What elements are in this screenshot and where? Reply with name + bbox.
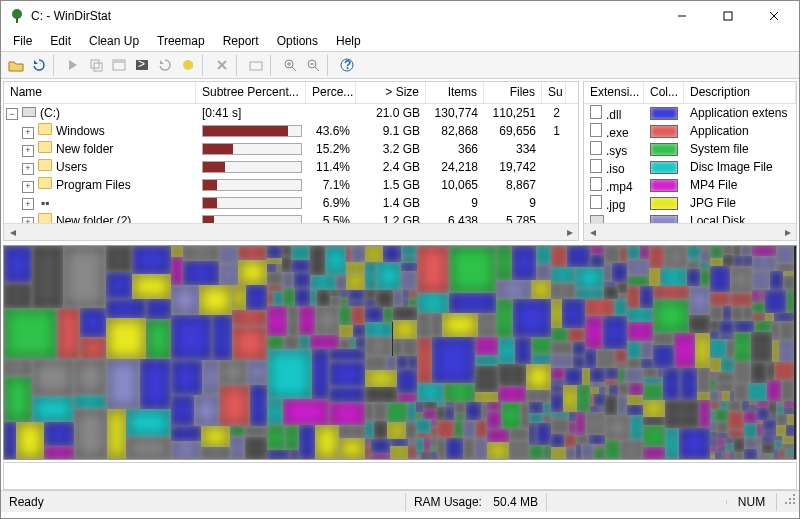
- treemap-cell[interactable]: [219, 246, 239, 264]
- treemap-cell[interactable]: [734, 438, 743, 452]
- treemap-cell[interactable]: [171, 395, 194, 426]
- treemap-cell[interactable]: [641, 359, 653, 368]
- treemap-cell[interactable]: [512, 246, 536, 280]
- treemap-cell[interactable]: [267, 306, 287, 336]
- treemap-cell[interactable]: [219, 385, 251, 426]
- treemap-cell[interactable]: [784, 401, 794, 408]
- treemap-cell[interactable]: [431, 313, 442, 337]
- treemap-cell[interactable]: [769, 401, 776, 414]
- treemap-cell[interactable]: [365, 290, 377, 300]
- treemap-cell[interactable]: [496, 299, 513, 337]
- treemap-cell[interactable]: [617, 395, 627, 415]
- treemap-cell[interactable]: [299, 335, 311, 349]
- treemap-cell[interactable]: [719, 401, 728, 409]
- treemap-cell[interactable]: [329, 402, 364, 425]
- treemap-cell[interactable]: [487, 411, 501, 429]
- treemap-cell[interactable]: [536, 246, 551, 264]
- treemap-cell[interactable]: [365, 262, 377, 289]
- treemap-cell[interactable]: [562, 299, 585, 328]
- treemap-cell[interactable]: [246, 285, 267, 309]
- treemap-cell[interactable]: [640, 246, 650, 259]
- treemap-cell[interactable]: [32, 246, 62, 308]
- treemap-cell[interactable]: [442, 313, 478, 337]
- treemap-cell[interactable]: [551, 283, 575, 299]
- treemap-cell[interactable]: [330, 290, 340, 297]
- treemap-cell[interactable]: [4, 359, 32, 376]
- treemap-cell[interactable]: [590, 368, 606, 381]
- treemap-cell[interactable]: [365, 299, 377, 307]
- treemap-cell[interactable]: [765, 313, 774, 321]
- treemap-cell[interactable]: [716, 438, 724, 446]
- treemap-cell[interactable]: [687, 246, 701, 258]
- treemap-cell[interactable]: [710, 246, 722, 258]
- ext-row[interactable]: .isoDisc Image File: [584, 158, 796, 176]
- treemap-cell[interactable]: [627, 286, 641, 307]
- treemap-cell[interactable]: [295, 288, 310, 306]
- treemap-cell[interactable]: [627, 405, 643, 415]
- treemap-cell[interactable]: [475, 337, 499, 355]
- treemap-cell[interactable]: [786, 290, 794, 313]
- treemap-cell[interactable]: [330, 296, 340, 306]
- treemap-cell[interactable]: [171, 246, 183, 257]
- treemap-cell[interactable]: [722, 391, 729, 402]
- treemap-cell[interactable]: [417, 246, 450, 293]
- treemap-cell[interactable]: [171, 285, 199, 314]
- treemap-cell[interactable]: [730, 293, 751, 305]
- treemap-cell[interactable]: [432, 337, 475, 383]
- play-icon[interactable]: [62, 54, 84, 76]
- treemap-cell[interactable]: [787, 414, 794, 425]
- treemap-cell[interactable]: [544, 445, 551, 459]
- treemap-cell[interactable]: [416, 402, 424, 412]
- treemap-cell[interactable]: [551, 385, 562, 393]
- col-items[interactable]: Items: [426, 82, 484, 103]
- treemap-cell[interactable]: [734, 383, 748, 401]
- treemap-cell[interactable]: [664, 246, 687, 268]
- treemap-cell[interactable]: [782, 436, 794, 444]
- treemap-cell[interactable]: [146, 299, 171, 319]
- treemap-cell[interactable]: [424, 438, 431, 453]
- treemap-cell[interactable]: [282, 256, 291, 272]
- treemap-cell[interactable]: [585, 349, 595, 368]
- treemap-cell[interactable]: [315, 306, 339, 335]
- treemap-cell[interactable]: [716, 372, 734, 382]
- treemap-cell[interactable]: [717, 422, 727, 432]
- treemap-cell[interactable]: [551, 418, 569, 434]
- treemap-cell[interactable]: [531, 337, 551, 354]
- treemap-cell[interactable]: [376, 262, 400, 289]
- treemap-cell[interactable]: [437, 407, 445, 419]
- treemap-cell[interactable]: [44, 422, 74, 446]
- treemap-cell[interactable]: [496, 280, 531, 299]
- maximize-button[interactable]: [705, 1, 751, 31]
- treemap-cell[interactable]: [763, 420, 775, 430]
- treemap-cell[interactable]: [734, 321, 755, 331]
- treemap-cell[interactable]: [543, 402, 551, 414]
- treemap-cell[interactable]: [4, 308, 57, 359]
- treemap-cell[interactable]: [383, 307, 393, 322]
- treemap-cell[interactable]: [267, 264, 276, 272]
- treemap-cell[interactable]: [774, 362, 794, 380]
- treemap-cell[interactable]: [615, 349, 627, 363]
- treemap-cell[interactable]: [734, 332, 751, 362]
- treemap-cell[interactable]: [487, 429, 510, 442]
- treemap-cell[interactable]: [32, 396, 75, 422]
- treemap-cell[interactable]: [567, 246, 590, 267]
- treemap-cell[interactable]: [416, 412, 424, 419]
- treemap-cell[interactable]: [751, 332, 772, 362]
- treemap-cell[interactable]: [603, 316, 626, 350]
- treemap-cell[interactable]: [765, 290, 786, 313]
- treemap-cell[interactable]: [569, 412, 576, 421]
- treemap-cell[interactable]: [526, 390, 552, 403]
- treemap-cell[interactable]: [710, 422, 717, 432]
- treemap-cell[interactable]: [267, 425, 285, 450]
- col-name[interactable]: Name: [4, 82, 196, 103]
- treemap-cell[interactable]: [770, 271, 783, 290]
- treemap-cell[interactable]: [476, 420, 486, 439]
- treemap-cell[interactable]: [649, 268, 660, 287]
- treemap-cell[interactable]: [444, 383, 475, 403]
- treemap-cell[interactable]: [573, 342, 585, 355]
- treemap-cell[interactable]: [627, 359, 641, 368]
- treemap-cell[interactable]: [194, 395, 218, 426]
- treemap-cell[interactable]: [393, 320, 417, 339]
- col-ext[interactable]: Extensi...: [584, 82, 644, 103]
- treemap-cell[interactable]: [734, 362, 751, 383]
